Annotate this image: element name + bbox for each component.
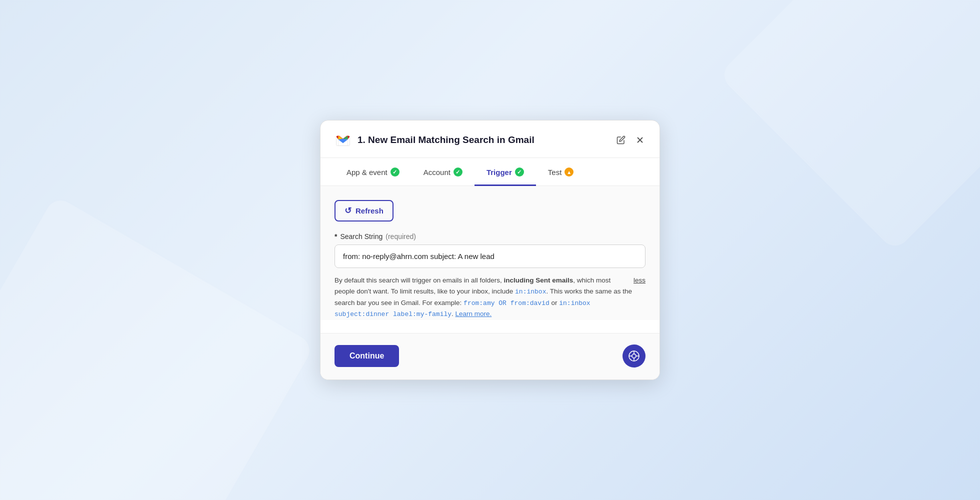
help-text: less By default this search will trigger… [334,275,646,320]
refresh-label: Refresh [356,206,384,215]
header-actions [616,134,646,146]
tab-app-event-status: ✓ [390,168,400,176]
search-string-input[interactable] [334,244,646,268]
help-button[interactable] [622,344,646,368]
modal-footer: Continue [320,333,660,380]
refresh-icon: ↺ [344,206,352,216]
field-name: Search String [340,232,382,240]
tab-test-label: Test [548,168,562,176]
gmail-logo [334,132,352,148]
less-link[interactable]: less [634,275,646,286]
close-button[interactable] [634,134,646,146]
tab-trigger-status: ✓ [515,168,524,176]
learn-more-link[interactable]: Learn more. [456,310,492,318]
required-asterisk: * [334,232,337,240]
edit-button[interactable] [616,134,626,146]
refresh-button[interactable]: ↺ Refresh [334,200,394,222]
example1-code: from:amy OR from:david [464,300,550,307]
tab-app-event-label: App & event [346,168,388,176]
help-icon [628,350,640,362]
tab-account[interactable]: Account ✓ [412,158,474,186]
tab-account-status: ✓ [454,168,462,176]
tab-trigger-label: Trigger [486,168,512,176]
field-hint: (required) [386,232,416,240]
tab-trigger[interactable]: Trigger ✓ [474,158,536,186]
tab-test-status: ▲ [564,168,574,176]
tab-account-label: Account [424,168,450,176]
tabs-nav: App & event ✓ Account ✓ Trigger ✓ Test ▲ [320,158,660,186]
modal-header: 1. New Email Matching Search in Gmail [320,120,660,158]
continue-button[interactable]: Continue [334,345,399,367]
tab-test[interactable]: Test ▲ [536,158,586,186]
main-modal: 1. New Email Matching Search in Gmail Ap… [320,120,660,380]
continue-label: Continue [350,352,384,360]
modal-content: ↺ Refresh * Search String (required) les… [320,186,660,320]
modal-title: 1. New Email Matching Search in Gmail [358,134,610,146]
svg-point-4 [632,354,636,358]
inbox-code: in:inbox [515,288,546,296]
tab-app-event[interactable]: App & event ✓ [334,158,412,186]
search-field-label: * Search String (required) [334,232,646,240]
